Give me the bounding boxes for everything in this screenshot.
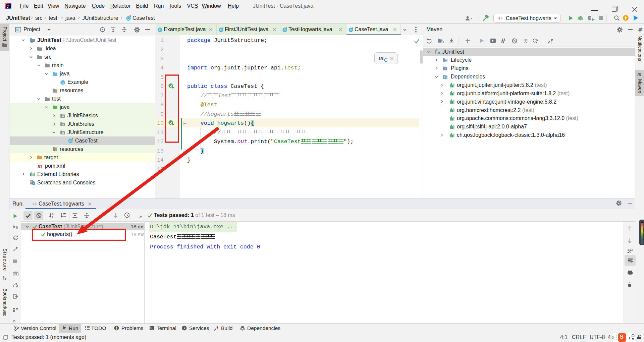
svg-text:m: m [438,50,440,54]
svg-text:C: C [350,28,352,32]
svg-text:9: 9 [16,226,18,230]
svg-text:C: C [159,28,161,32]
svg-text:C: C [220,28,222,32]
svg-text:C: C [589,16,591,20]
svg-text:C: C [62,81,64,84]
svg-text:z: z [52,215,53,218]
svg-text:C: C [284,28,286,32]
svg-text:C: C [69,139,72,143]
svg-text:C: C [127,17,130,20]
